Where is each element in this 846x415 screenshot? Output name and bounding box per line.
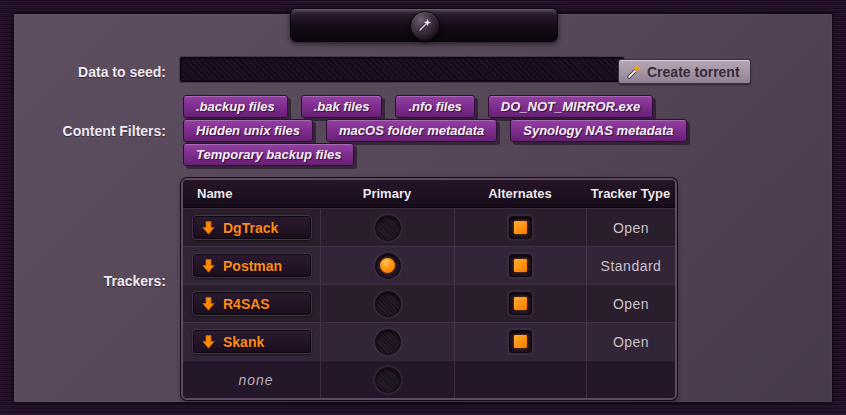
column-header-primary: Primary — [320, 186, 454, 201]
magic-wand-icon — [626, 64, 642, 80]
table-row: Skank Open — [183, 322, 675, 360]
tracker-button-r4sas[interactable]: R4SAS — [192, 291, 312, 316]
data-to-seed-label: Data to seed: — [20, 64, 166, 80]
content-filter-chips: .backup files .bak files .nfo files DO_N… — [183, 95, 743, 167]
data-to-seed-input[interactable] — [180, 57, 624, 82]
create-torrent-button[interactable]: Create torrent — [618, 59, 751, 84]
chip-row: Hidden unix files macOS folder metadata … — [183, 119, 743, 140]
tracker-type: Standard — [601, 258, 662, 274]
tracker-button-dgtrack[interactable]: DgTrack — [192, 215, 312, 240]
table-header-row: Name Primary Alternates Tracker Type — [183, 180, 675, 208]
magic-orb-button[interactable] — [410, 11, 440, 41]
primary-radio[interactable] — [375, 291, 401, 317]
tracker-name: Skank — [223, 334, 264, 350]
chip-row: .backup files .bak files .nfo files DO_N… — [183, 95, 743, 116]
trackers-table: Name Primary Alternates Tracker Type DgT… — [181, 178, 677, 400]
down-arrow-icon — [202, 259, 215, 273]
down-arrow-icon — [202, 335, 215, 349]
filter-chip[interactable]: DO_NOT_MIRROR.exe — [488, 95, 653, 118]
table-row: DgTrack Open — [183, 208, 675, 246]
tracker-button-postman[interactable]: Postman — [192, 253, 312, 278]
primary-radio[interactable] — [375, 329, 401, 355]
chip-row: Temporary backup files — [183, 143, 743, 164]
tracker-type: Open — [613, 296, 649, 312]
top-bar — [290, 8, 558, 42]
tracker-name: DgTrack — [223, 220, 278, 236]
filter-chip[interactable]: .bak files — [301, 95, 383, 118]
filter-chip[interactable]: .backup files — [183, 95, 288, 118]
primary-radio[interactable] — [375, 253, 401, 279]
filter-chip[interactable]: .nfo files — [395, 95, 474, 118]
filter-chip[interactable]: Synology NAS metadata — [510, 119, 686, 142]
primary-radio[interactable] — [375, 215, 401, 241]
tracker-none-label: none — [192, 372, 320, 388]
filter-chip[interactable]: macOS folder metadata — [326, 119, 497, 142]
alternates-checkbox[interactable] — [509, 254, 532, 277]
down-arrow-icon — [202, 221, 215, 235]
content-filters-label: Content Filters: — [20, 123, 166, 139]
create-torrent-label: Create torrent — [647, 64, 740, 80]
filter-chip[interactable]: Temporary backup files — [183, 143, 354, 166]
table-row: R4SAS Open — [183, 284, 675, 322]
empty-alternates-cell — [454, 361, 586, 398]
empty-type-cell — [586, 361, 675, 398]
magic-wand-sparkle-icon — [416, 16, 434, 34]
tracker-type: Open — [613, 220, 649, 236]
alternates-checkbox[interactable] — [509, 216, 532, 239]
column-header-alternates: Alternates — [454, 186, 586, 201]
tracker-name: Postman — [223, 258, 282, 274]
tracker-type: Open — [613, 334, 649, 350]
filter-chip[interactable]: Hidden unix files — [183, 119, 313, 142]
table-row: Postman Standard — [183, 246, 675, 284]
alternates-checkbox[interactable] — [509, 292, 532, 315]
trackers-label: Trackers: — [20, 273, 166, 289]
primary-radio[interactable] — [375, 367, 401, 393]
alternates-checkbox[interactable] — [509, 330, 532, 353]
tracker-name: R4SAS — [223, 296, 270, 312]
torrent-creator-window: Data to seed: Create torrent Content Fil… — [0, 0, 846, 415]
tracker-button-skank[interactable]: Skank — [192, 329, 312, 354]
column-header-name: Name — [183, 186, 320, 201]
down-arrow-icon — [202, 297, 215, 311]
table-row-none: none — [183, 360, 675, 398]
column-header-tracker-type: Tracker Type — [586, 186, 675, 201]
